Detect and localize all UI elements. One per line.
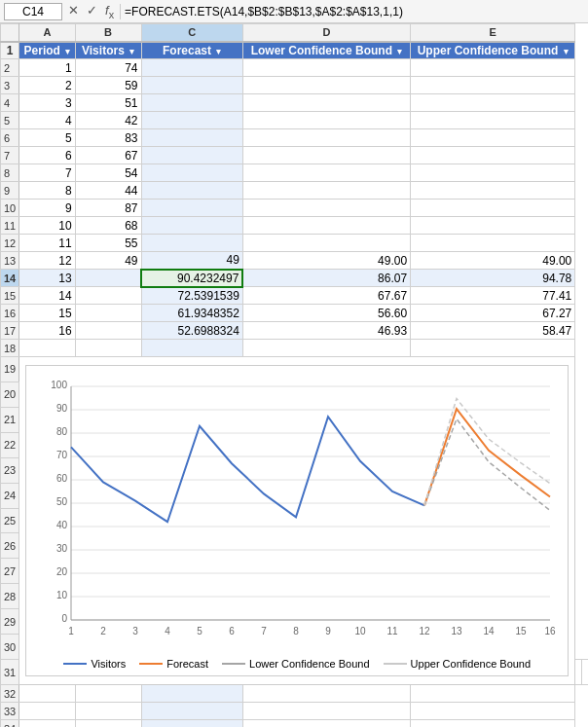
cell-d14[interactable]: 86.07: [242, 270, 410, 287]
cell-a17[interactable]: 16: [19, 322, 75, 340]
cell-d8[interactable]: [242, 164, 410, 182]
cell-d33[interactable]: [242, 703, 410, 720]
cell-e32[interactable]: [411, 685, 575, 703]
header-lower-confidence[interactable]: Lower Confidence Bound ▾: [242, 42, 410, 59]
header-period[interactable]: Period ▾: [19, 42, 75, 59]
cell-a7[interactable]: 6: [19, 147, 75, 164]
header-upper-confidence[interactable]: Upper Confidence Bound ▾: [411, 42, 575, 59]
cell-c7[interactable]: [141, 147, 242, 164]
cell-c6[interactable]: [141, 129, 242, 147]
cell-d15[interactable]: 67.67: [242, 287, 410, 305]
cell-reference-box[interactable]: C14: [4, 3, 62, 20]
col-header-a[interactable]: A: [19, 24, 75, 42]
function-icon[interactable]: fx: [103, 3, 116, 20]
cell-b8[interactable]: 54: [75, 164, 141, 182]
cell-a33[interactable]: [19, 703, 75, 720]
cell-a8[interactable]: 7: [19, 164, 75, 182]
cell-a5[interactable]: 4: [19, 112, 75, 129]
cell-e17[interactable]: 58.47: [411, 322, 575, 340]
cell-c13[interactable]: 49: [141, 252, 242, 270]
cell-a31[interactable]: [575, 660, 582, 685]
cell-b2[interactable]: 74: [75, 59, 141, 77]
cell-e3[interactable]: [411, 77, 575, 94]
cell-b31[interactable]: [582, 660, 588, 685]
cell-b11[interactable]: 68: [75, 217, 141, 235]
cell-d10[interactable]: [242, 200, 410, 217]
cell-c12[interactable]: [141, 235, 242, 252]
cell-c5[interactable]: [141, 112, 242, 129]
cell-c4[interactable]: [141, 94, 242, 112]
cancel-icon[interactable]: ✕: [66, 3, 81, 20]
cell-d13[interactable]: 49.00: [242, 252, 410, 270]
cell-a6[interactable]: 5: [19, 129, 75, 147]
cell-c32[interactable]: [141, 685, 242, 703]
cell-e33[interactable]: [411, 703, 575, 720]
cell-a11[interactable]: 10: [19, 217, 75, 235]
cell-c10[interactable]: [141, 200, 242, 217]
cell-c8[interactable]: [141, 164, 242, 182]
cell-d3[interactable]: [242, 77, 410, 94]
cell-e11[interactable]: [411, 217, 575, 235]
cell-d2[interactable]: [242, 59, 410, 77]
cell-b16[interactable]: [75, 305, 141, 322]
cell-e15[interactable]: 77.41: [411, 287, 575, 305]
cell-d18[interactable]: [242, 340, 410, 357]
cell-e10[interactable]: [411, 200, 575, 217]
cell-d32[interactable]: [242, 685, 410, 703]
cell-b34[interactable]: [75, 720, 141, 728]
cell-e5[interactable]: [411, 112, 575, 129]
col-header-d[interactable]: D: [242, 24, 410, 42]
cell-b14[interactable]: [75, 270, 141, 287]
cell-e7[interactable]: [411, 147, 575, 164]
cell-d12[interactable]: [242, 235, 410, 252]
cell-e6[interactable]: [411, 129, 575, 147]
cell-a4[interactable]: 3: [19, 94, 75, 112]
cell-e12[interactable]: [411, 235, 575, 252]
col-header-b[interactable]: B: [75, 24, 141, 42]
cell-a13[interactable]: 12: [19, 252, 75, 270]
cell-c16[interactable]: 61.9348352: [141, 305, 242, 322]
cell-c14[interactable]: 90.4232497: [141, 270, 242, 287]
cell-c33[interactable]: [141, 703, 242, 720]
cell-b9[interactable]: 44: [75, 182, 141, 200]
cell-b12[interactable]: 55: [75, 235, 141, 252]
cell-c15[interactable]: 72.5391539: [141, 287, 242, 305]
cell-b6[interactable]: 83: [75, 129, 141, 147]
cell-e16[interactable]: 67.27: [411, 305, 575, 322]
cell-c18[interactable]: [141, 340, 242, 357]
cell-d34[interactable]: [242, 720, 410, 728]
cell-d6[interactable]: [242, 129, 410, 147]
cell-b13[interactable]: 49: [75, 252, 141, 270]
formula-input[interactable]: =FORECAST.ETS(A14,$B$2:$B$13,$A$2:$A$13,…: [125, 5, 584, 18]
cell-d5[interactable]: [242, 112, 410, 129]
cell-b32[interactable]: [75, 685, 141, 703]
cell-a10[interactable]: 9: [19, 200, 75, 217]
cell-b5[interactable]: 42: [75, 112, 141, 129]
cell-e14[interactable]: 94.78: [411, 270, 575, 287]
confirm-icon[interactable]: ✓: [85, 3, 99, 20]
cell-b7[interactable]: 67: [75, 147, 141, 164]
cell-c17[interactable]: 52.6988324: [141, 322, 242, 340]
cell-b4[interactable]: 51: [75, 94, 141, 112]
cell-a32[interactable]: [19, 685, 75, 703]
cell-b3[interactable]: 59: [75, 77, 141, 94]
cell-a15[interactable]: 14: [19, 287, 75, 305]
cell-c34[interactable]: [141, 720, 242, 728]
cell-a14[interactable]: 13: [19, 270, 75, 287]
cell-c3[interactable]: [141, 77, 242, 94]
cell-d7[interactable]: [242, 147, 410, 164]
cell-c11[interactable]: [141, 217, 242, 235]
cell-b10[interactable]: 87: [75, 200, 141, 217]
cell-b17[interactable]: [75, 322, 141, 340]
cell-a18[interactable]: [19, 340, 75, 357]
cell-e18[interactable]: [411, 340, 575, 357]
cell-d17[interactable]: 46.93: [242, 322, 410, 340]
cell-a34[interactable]: [19, 720, 75, 728]
col-header-e[interactable]: E: [411, 24, 575, 42]
header-forecast[interactable]: Forecast ▾: [141, 42, 242, 59]
cell-a2[interactable]: 1: [19, 59, 75, 77]
cell-e13[interactable]: 49.00: [411, 252, 575, 270]
cell-a9[interactable]: 8: [19, 182, 75, 200]
cell-a3[interactable]: 2: [19, 77, 75, 94]
cell-c9[interactable]: [141, 182, 242, 200]
